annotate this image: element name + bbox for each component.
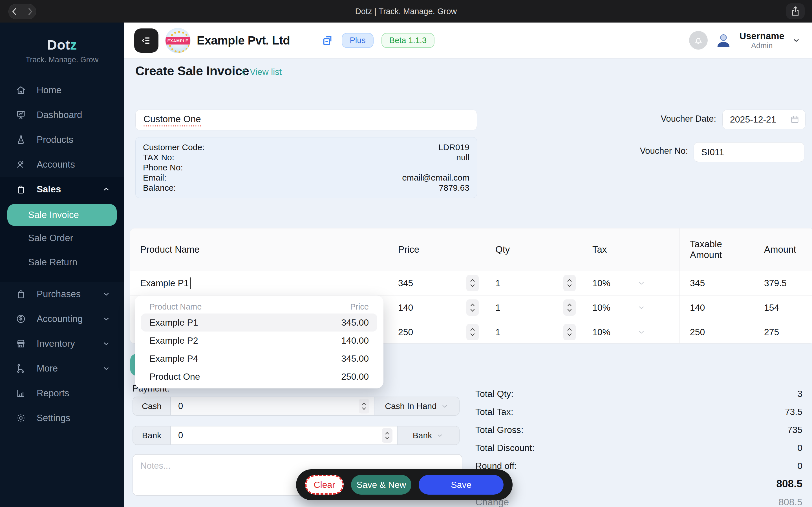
view-list-link[interactable]: View list	[240, 67, 282, 77]
sidebar-item-accounts[interactable]: Accounts	[0, 152, 124, 177]
col-tax: Tax	[582, 228, 680, 271]
change-row: Change808.5	[475, 493, 802, 507]
bank-type-label: Bank	[133, 427, 171, 445]
sidebar-item-label: Home	[37, 85, 61, 96]
number-stepper[interactable]	[466, 299, 479, 316]
price-cell[interactable]: 250	[388, 320, 485, 344]
voucher-no-input[interactable]: SI011	[694, 142, 804, 162]
titlebar: Dotz | Track. Manage. Grow	[0, 0, 812, 22]
sidebar-item-sale-invoice[interactable]: Sale Invoice	[7, 204, 117, 226]
sidebar-item-products[interactable]: Products	[0, 127, 124, 152]
tax-no-row: TAX No: null	[143, 153, 469, 162]
chevron-down-icon	[102, 364, 110, 373]
round-off-row: Round off:0	[475, 457, 802, 475]
user-menu[interactable]: Username Admin	[739, 31, 784, 50]
sidebar-item-accounting[interactable]: Accounting	[0, 306, 124, 331]
qty-cell[interactable]: 1	[485, 271, 582, 295]
voucher-date-input[interactable]: 2025-12-21	[722, 110, 806, 129]
cash-amount-input[interactable]: 0	[171, 397, 374, 415]
total-qty-row: Total Qty:3	[475, 385, 802, 403]
col-product-name: Product Name	[130, 228, 388, 271]
number-stepper[interactable]	[563, 275, 576, 291]
customer-name-input[interactable]: Custome One	[135, 110, 477, 130]
sidebar-item-label: Settings	[37, 413, 70, 424]
cash-payment-group: Cash 0 Cash In Hand	[133, 397, 460, 416]
sidebar-item-home[interactable]: Home	[0, 78, 124, 103]
save-and-new-button[interactable]: Save & New	[351, 475, 411, 495]
sidebar-item-dashboard[interactable]: Dashboard	[0, 103, 124, 127]
table-header-row: Product Name Price Qty Tax Taxable Amoun…	[130, 228, 812, 271]
bell-icon	[693, 35, 703, 45]
sales-group: Sales Sale Invoice Sale Order Sale Retur…	[0, 177, 124, 282]
chevron-down-icon[interactable]	[792, 36, 801, 45]
number-stepper[interactable]	[563, 299, 576, 316]
dropdown-option[interactable]: Product One250.00	[141, 368, 377, 386]
number-stepper[interactable]	[466, 324, 479, 340]
col-price: Price	[388, 228, 485, 271]
qty-cell[interactable]: 1	[485, 295, 582, 320]
chevron-down-icon	[102, 315, 110, 323]
window-title: Dotz | Track. Manage. Grow	[0, 0, 812, 22]
col-amount: Amount	[754, 228, 812, 271]
price-cell[interactable]: 345	[388, 271, 485, 295]
dollar-circle-icon	[16, 314, 26, 324]
plus-badge[interactable]: Plus	[342, 33, 373, 48]
sidebar-item-label: More	[37, 363, 58, 374]
sidebar-item-inventory[interactable]: Inventory	[0, 331, 124, 356]
amount-cell: 154	[754, 295, 812, 320]
app-window: Dotz | Track. Manage. Grow Dotz Track. M…	[0, 0, 812, 507]
dropdown-option[interactable]: Example P2140.00	[141, 332, 377, 349]
tax-cell[interactable]: 10%	[582, 320, 680, 344]
sidebar-item-sale-order[interactable]: Sale Order	[0, 226, 124, 250]
duplicate-icon[interactable]	[321, 34, 334, 47]
bank-account-select[interactable]: Bank	[397, 427, 459, 445]
voucher-no-value: SI011	[701, 147, 724, 158]
dropdown-option[interactable]: Example P1345.00	[141, 314, 377, 332]
sidebar-item-reports[interactable]: Reports	[0, 381, 124, 406]
page-title: Create Sale Invoice	[135, 64, 249, 78]
price-cell[interactable]: 140	[388, 295, 485, 320]
bank-payment-group: Bank 0 Bank	[133, 426, 460, 445]
shopping-bag-icon	[16, 184, 26, 194]
cash-account-select[interactable]: Cash In Hand	[374, 397, 459, 415]
number-stepper[interactable]	[466, 275, 479, 291]
calendar-icon[interactable]	[790, 115, 800, 124]
notifications-button[interactable]	[689, 31, 708, 50]
field-value: null	[456, 153, 469, 162]
beta-version-badge: Beta 1.1.3	[382, 33, 435, 48]
sidebar-item-label: Accounting	[37, 314, 83, 324]
sidebar-item-purchases[interactable]: Purchases	[0, 282, 124, 306]
sidebar-item-sale-return[interactable]: Sale Return	[0, 250, 124, 274]
sidebar-item-settings[interactable]: Settings	[0, 406, 124, 431]
number-stepper[interactable]	[382, 428, 393, 443]
chevron-down-icon	[637, 328, 646, 336]
sidebar-item-more[interactable]: More	[0, 356, 124, 381]
bar-chart-icon	[16, 388, 26, 398]
sidebar-toggle-button[interactable]	[134, 29, 158, 53]
home-icon	[16, 85, 26, 95]
chevron-down-icon	[441, 402, 449, 410]
field-value: 7879.63	[439, 183, 469, 193]
chevron-down-icon	[102, 339, 110, 348]
field-label: Customer Code:	[143, 143, 204, 152]
save-button[interactable]: Save	[419, 475, 504, 495]
forward-button[interactable]	[27, 7, 34, 16]
tax-cell[interactable]: 10%	[582, 295, 680, 320]
total-tax-row: Total Tax:73.5	[475, 403, 802, 421]
qty-cell[interactable]: 1	[485, 320, 582, 344]
tax-cell[interactable]: 10%	[582, 271, 680, 295]
amount-cell: 379.5	[754, 271, 812, 295]
shopping-bag-icon	[16, 289, 26, 299]
collapse-sidebar-icon	[140, 34, 153, 47]
number-stepper[interactable]	[563, 324, 576, 340]
sidebar-item-label: Products	[37, 134, 73, 145]
share-button[interactable]	[786, 3, 805, 19]
clear-button[interactable]: Clear	[305, 475, 344, 495]
back-button[interactable]	[11, 7, 18, 16]
number-stepper[interactable]	[359, 399, 369, 413]
product-name-cell[interactable]: Example P1	[130, 271, 388, 295]
sidebar-item-sales[interactable]: Sales	[0, 177, 124, 202]
dropdown-option[interactable]: Example P4345.00	[141, 349, 377, 368]
bank-amount-input[interactable]: 0	[171, 427, 397, 445]
avatar[interactable]	[715, 32, 732, 49]
